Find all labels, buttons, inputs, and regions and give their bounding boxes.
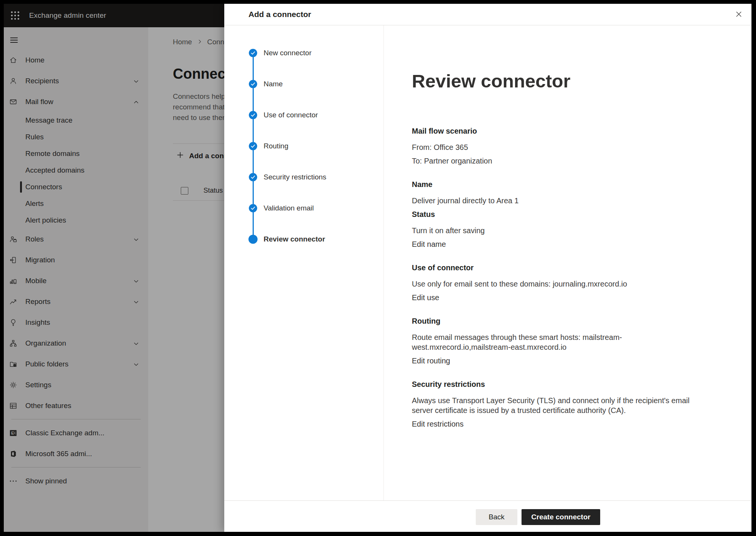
step-complete-check-icon xyxy=(249,49,257,57)
edit-routing-link[interactable]: Edit routing xyxy=(412,356,450,366)
panel-title: Add a connector xyxy=(248,10,311,19)
wizard-step-label: New connector xyxy=(264,48,312,58)
panel-body: New connector Name Use of connector Rout… xyxy=(224,25,751,500)
close-button[interactable] xyxy=(731,7,746,22)
section-mail-flow-scenario: Mail flow scenario From: Office 365 To: … xyxy=(412,126,711,166)
status-value: Turn it on after saving xyxy=(412,226,711,235)
review-content: Review connector Mail flow scenario From… xyxy=(384,25,751,500)
section-security-restrictions: Security restrictions Always use Transpo… xyxy=(412,379,711,429)
section-title: Mail flow scenario xyxy=(412,126,711,136)
wizard-steps: New connector Name Use of connector Rout… xyxy=(224,25,384,500)
wizard-step-label: Review connector xyxy=(264,235,325,244)
section-title: Security restrictions xyxy=(412,379,711,389)
wizard-step-label: Use of connector xyxy=(264,111,318,120)
status-subtitle: Status xyxy=(412,209,711,219)
step-current-dot-icon xyxy=(248,235,258,244)
step-complete-check-icon xyxy=(249,111,257,119)
section-routing: Routing Route email messages through the… xyxy=(412,316,711,366)
mail-flow-from: From: Office 365 xyxy=(412,142,711,152)
create-connector-button[interactable]: Create connector xyxy=(522,509,600,525)
step-complete-check-icon xyxy=(249,173,257,181)
step-complete-check-icon xyxy=(249,204,257,212)
edit-use-link[interactable]: Edit use xyxy=(412,293,439,302)
edit-name-link[interactable]: Edit name xyxy=(412,239,446,249)
wizard-step-label: Validation email xyxy=(264,204,314,213)
name-value: Deliver journal directly to Area 1 xyxy=(412,196,711,206)
panel-header: Add a connector xyxy=(224,4,751,25)
add-connector-panel: Add a connector New connector Name Use o… xyxy=(224,4,751,532)
panel-footer: Back Create connector xyxy=(224,500,751,532)
section-title: Use of connector xyxy=(412,263,711,273)
review-heading: Review connector xyxy=(412,70,736,92)
wizard-step-label: Routing xyxy=(264,142,289,151)
edit-restrictions-link[interactable]: Edit restrictions xyxy=(412,419,464,429)
app-frame: Exchange admin center Home Recipients Ma… xyxy=(4,4,751,532)
close-icon xyxy=(735,11,742,19)
step-complete-check-icon xyxy=(249,142,257,150)
routing-value: Route email messages through these smart… xyxy=(412,332,711,352)
section-title: Name xyxy=(412,179,711,189)
section-use-of-connector: Use of connector Use only for email sent… xyxy=(412,263,711,302)
wizard-step-label: Name xyxy=(264,79,283,89)
mail-flow-to: To: Partner organization xyxy=(412,156,711,166)
section-title: Routing xyxy=(412,316,711,326)
section-name: Name Deliver journal directly to Area 1 … xyxy=(412,179,711,249)
use-value: Use only for email sent to these domains… xyxy=(412,279,711,289)
back-button[interactable]: Back xyxy=(476,509,517,525)
security-value: Always use Transport Layer Security (TLS… xyxy=(412,396,711,415)
wizard-step-label: Security restrictions xyxy=(264,173,326,182)
step-complete-check-icon xyxy=(249,80,257,88)
